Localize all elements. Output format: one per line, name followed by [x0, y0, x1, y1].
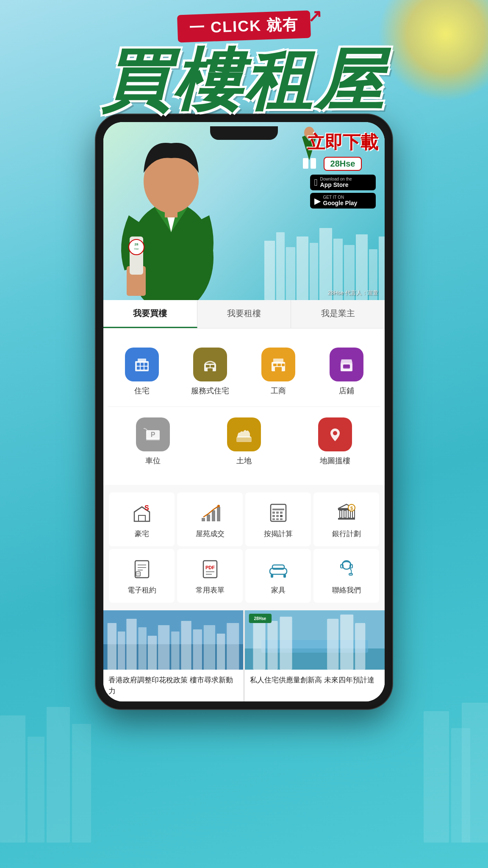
category-land[interactable]: 土地	[199, 411, 290, 472]
transactions-icon	[197, 500, 223, 526]
phone-screen: 28 Hse 立即下載	[103, 122, 385, 701]
svg-rect-73	[280, 518, 283, 520]
furniture-label: 家具	[271, 585, 286, 595]
svg-rect-122	[340, 615, 353, 670]
phone-notch	[210, 126, 278, 140]
tool-e-contract[interactable]: 電子租約	[109, 549, 175, 603]
luxury-label: 豪宅	[135, 529, 149, 539]
google-play-button[interactable]: ▶ GET IT ON Google Play	[310, 193, 376, 209]
tool-transactions[interactable]: 屋苑成交	[177, 492, 243, 546]
forms-label: 常用表單	[196, 585, 225, 595]
category-serviced[interactable]: 服務式住宅	[176, 341, 244, 402]
svg-rect-72	[276, 518, 279, 520]
svg-rect-6	[462, 703, 488, 843]
click-badge: 一 CLICK 就有 ↗	[177, 11, 311, 43]
svg-rect-78	[352, 510, 355, 518]
svg-text:S: S	[144, 504, 149, 512]
category-map[interactable]: 地圖搵樓	[289, 411, 380, 472]
tool-furniture[interactable]: 家具	[245, 549, 311, 603]
news-card-1[interactable]: 香港政府調整印花稅政策 樓市尋求新動力	[103, 610, 243, 701]
mortgage-label: 按揭計算	[264, 529, 293, 539]
svg-rect-31	[137, 363, 140, 366]
svg-rect-36	[144, 367, 147, 370]
residential-icon	[125, 348, 159, 381]
app-store-sublabel: Download on the	[320, 177, 352, 181]
svg-rect-44	[277, 364, 281, 366]
news-image-2: 28Hse	[245, 610, 385, 670]
svg-rect-103	[108, 623, 116, 670]
app-store-button[interactable]:  Download on the App Store	[310, 175, 376, 190]
map-label: 地圖搵樓	[320, 456, 350, 466]
svg-rect-61	[217, 507, 220, 521]
svg-point-23	[129, 239, 144, 255]
svg-rect-17	[379, 236, 385, 300]
brand-name: 28Hse	[330, 159, 355, 168]
svg-rect-60	[212, 510, 215, 521]
serviced-label: 服務式住宅	[191, 386, 229, 396]
svg-rect-10	[297, 236, 308, 300]
svg-rect-40	[208, 368, 213, 371]
tool-bank[interactable]: $ 銀行計劃	[313, 492, 379, 546]
svg-text:28: 28	[135, 242, 139, 246]
tab-buy[interactable]: 我要買樓	[103, 300, 197, 328]
news-card-2[interactable]: 28Hse 私人住宅供應量創新高 未來四年預計達	[245, 610, 385, 701]
svg-rect-58	[202, 518, 205, 521]
news-title-1: 香港政府調整印花稅政策 樓市尋求新動力	[103, 670, 243, 701]
category-commercial[interactable]: 工商	[244, 341, 312, 402]
svg-rect-34	[137, 367, 140, 370]
svg-rect-112	[204, 625, 215, 670]
svg-rect-113	[217, 634, 225, 670]
svg-text:P: P	[151, 431, 155, 438]
svg-rect-30	[138, 359, 146, 362]
shop-label: 店鋪	[339, 386, 354, 396]
svg-rect-108	[158, 625, 169, 670]
svg-rect-45	[282, 364, 285, 366]
parking-label: 車位	[145, 456, 161, 466]
tool-luxury[interactable]: S 豪宅	[109, 492, 175, 546]
bank-label: 銀行計劃	[332, 529, 361, 539]
tab-rent[interactable]: 我要租樓	[197, 300, 291, 328]
svg-rect-3	[72, 724, 91, 843]
icons-grid-top: 住宅 服務式住宅	[108, 337, 380, 406]
svg-rect-53	[236, 437, 252, 442]
svg-rect-106	[139, 627, 147, 670]
e-contract-label: 電子租約	[128, 585, 156, 595]
svg-rect-1	[28, 737, 44, 843]
svg-rect-64	[272, 509, 284, 510]
tools-section: S 豪宅	[103, 485, 385, 610]
svg-point-62	[217, 505, 220, 507]
svg-rect-29	[135, 361, 149, 371]
serviced-icon	[193, 348, 227, 381]
category-shop[interactable]: 店鋪	[312, 341, 380, 402]
svg-rect-33	[144, 363, 147, 366]
svg-rect-49	[342, 368, 351, 371]
svg-rect-56	[139, 515, 145, 521]
luxury-icon: S	[129, 500, 155, 526]
category-parking[interactable]: P 車位	[108, 411, 199, 472]
map-icon	[318, 417, 352, 451]
svg-rect-39	[211, 365, 214, 367]
mortgage-icon	[266, 500, 291, 526]
category-residential[interactable]: 住宅	[108, 341, 176, 402]
svg-rect-11	[310, 243, 318, 300]
svg-text:PDF: PDF	[205, 565, 215, 570]
svg-rect-104	[118, 632, 125, 670]
tab-owner[interactable]: 我是業主	[291, 300, 385, 328]
svg-text:Hse: Hse	[134, 248, 139, 250]
tool-forms[interactable]: PDF 常用表單	[177, 549, 243, 603]
top-banner: 一 CLICK 就有 ↗ 買樓租屋	[0, 13, 488, 114]
hero-banner: 28 Hse 立即下載	[103, 122, 385, 300]
tabs-row: 我要買樓 我要租樓 我是業主	[103, 300, 385, 328]
svg-rect-46	[275, 367, 282, 371]
tool-mortgage[interactable]: 按揭計算	[245, 492, 311, 546]
svg-rect-59	[207, 515, 210, 521]
svg-rect-71	[272, 518, 275, 520]
svg-rect-111	[193, 629, 202, 670]
svg-rect-114	[227, 623, 239, 670]
news-title-2: 私人住宅供應量創新高 未來四年預計達	[245, 670, 385, 691]
svg-rect-75	[340, 510, 342, 518]
svg-rect-20	[165, 207, 177, 217]
tool-contact[interactable]: 聯絡我們	[313, 549, 379, 603]
news-section: 香港政府調整印花稅政策 樓市尋求新動力	[103, 610, 385, 701]
svg-rect-66	[276, 512, 279, 514]
